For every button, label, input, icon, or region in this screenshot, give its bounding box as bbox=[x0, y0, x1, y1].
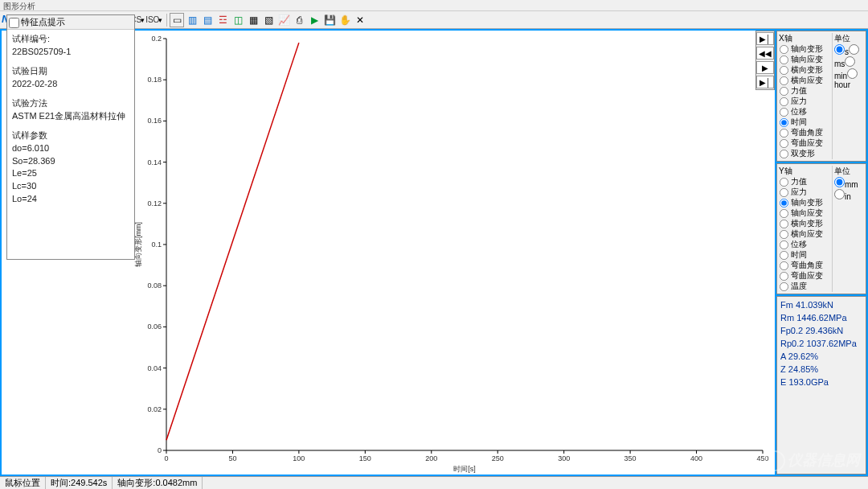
y-axis-group: Y轴 力值应力轴向变形轴向应变横向变形横向应变位移时间弯曲角度弯曲应变温度 单位… bbox=[776, 163, 866, 294]
forward-end-icon[interactable]: ▶│ bbox=[756, 76, 774, 88]
y-axis-option[interactable]: 温度 bbox=[779, 281, 832, 292]
svg-text:400: 400 bbox=[690, 454, 702, 462]
x-unit-title: 单位 bbox=[834, 33, 864, 44]
x-axis-title: X轴 bbox=[779, 33, 832, 44]
svg-text:0.02: 0.02 bbox=[147, 405, 162, 413]
status-time: 时间:249.542s bbox=[46, 477, 113, 489]
y-axis-option[interactable]: 时间 bbox=[779, 250, 832, 261]
svg-text:0.16: 0.16 bbox=[147, 117, 162, 125]
svg-text:50: 50 bbox=[228, 454, 236, 462]
info-panel-header: 特征点提示 bbox=[7, 15, 134, 30]
result-a: A 29.62% bbox=[780, 351, 862, 364]
x-unit-option[interactable]: s bbox=[834, 47, 849, 56]
y-axis-option[interactable]: 横向变形 bbox=[779, 219, 832, 229]
y-axis-option[interactable]: 横向应变 bbox=[779, 229, 832, 240]
result-fm: Fm 41.039kN bbox=[780, 299, 862, 312]
svg-text:300: 300 bbox=[558, 454, 570, 462]
right-column: X轴 轴向变形轴向应变横向变形横向应变力值应力位移时间弯曲角度弯曲应变双变形 单… bbox=[776, 31, 866, 475]
x-axis-option[interactable]: 横向应变 bbox=[779, 76, 832, 86]
tool-icon-6[interactable]: ▦ bbox=[246, 13, 260, 27]
svg-text:时间[s]: 时间[s] bbox=[453, 465, 476, 473]
play-forward-icon[interactable]: ▶ bbox=[756, 61, 774, 74]
save-icon[interactable]: 💾 bbox=[322, 13, 337, 27]
x-axis-option[interactable]: 轴向变形 bbox=[779, 44, 832, 55]
results-panel: Fm 41.039kN Rm 1446.62MPa Fp0.2 29.436kN… bbox=[776, 296, 866, 475]
feature-point-checkbox[interactable] bbox=[9, 18, 19, 28]
svg-text:100: 100 bbox=[293, 454, 305, 462]
y-axis-option[interactable]: 弯曲应变 bbox=[779, 271, 832, 281]
y-axis-option[interactable]: 力值 bbox=[779, 177, 832, 187]
svg-text:0.04: 0.04 bbox=[147, 364, 162, 372]
tool-icon-7[interactable]: ▧ bbox=[261, 13, 276, 27]
window-title-bar: 图形分析 bbox=[0, 0, 868, 11]
result-fp02: Fp0.2 29.436kN bbox=[780, 325, 862, 338]
tool-icon-1[interactable]: ▭ bbox=[170, 13, 184, 27]
status-bar: 鼠标位置 时间:249.542s 轴向变形:0.0482mm bbox=[0, 476, 868, 489]
status-mouse-label: 鼠标位置 bbox=[0, 477, 46, 489]
info-panel: 特征点提示 试样编号:22BS025709-1 试验日期2022-02-28 试… bbox=[6, 14, 135, 260]
y-unit-title: 单位 bbox=[834, 166, 864, 177]
tool-icon-3[interactable]: ▤ bbox=[200, 13, 215, 27]
x-axis-option[interactable]: 弯曲角度 bbox=[779, 128, 832, 138]
close-icon[interactable]: ✕ bbox=[353, 13, 367, 27]
x-axis-option[interactable]: 应力 bbox=[779, 97, 832, 107]
svg-text:0: 0 bbox=[158, 446, 162, 454]
tool-icon-2[interactable]: ▥ bbox=[185, 13, 199, 27]
tool-icon-9[interactable]: ⎙ bbox=[292, 13, 306, 27]
y-unit-option[interactable]: mm bbox=[834, 180, 858, 189]
rewind-icon[interactable]: ◀◀ bbox=[756, 47, 774, 60]
y-axis-option[interactable]: 弯曲角度 bbox=[779, 261, 832, 271]
svg-text:0.18: 0.18 bbox=[147, 76, 162, 84]
tool-icon-8[interactable]: 📈 bbox=[276, 13, 291, 27]
x-axis-option[interactable]: 弯曲应变 bbox=[779, 138, 832, 149]
status-deform: 轴向变形:0.0482mm bbox=[113, 477, 203, 489]
result-z: Z 24.85% bbox=[780, 364, 862, 376]
y-unit-option[interactable]: in bbox=[834, 192, 851, 201]
y-axis-option[interactable]: 轴向变形 bbox=[779, 198, 832, 208]
svg-text:0.14: 0.14 bbox=[147, 158, 162, 166]
x-axis-option[interactable]: 力值 bbox=[779, 86, 832, 97]
svg-text:0.06: 0.06 bbox=[147, 323, 162, 331]
playback-buttons: ▶│ ◀◀ ▶ ▶│ bbox=[755, 31, 775, 90]
x-axis-option[interactable]: 双变形 bbox=[779, 149, 832, 159]
svg-text:0.2: 0.2 bbox=[151, 35, 162, 43]
dd-iso[interactable]: ISO bbox=[145, 15, 159, 24]
y-axis-option[interactable]: 位移 bbox=[779, 240, 832, 250]
svg-text:0: 0 bbox=[164, 454, 168, 462]
svg-text:0.08: 0.08 bbox=[147, 281, 162, 290]
tool-icon-5[interactable]: ◫ bbox=[231, 13, 245, 27]
rewind-end-icon[interactable]: ▶│ bbox=[756, 32, 774, 45]
svg-text:0.12: 0.12 bbox=[147, 199, 162, 208]
x-axis-option[interactable]: 横向变形 bbox=[779, 65, 832, 76]
y-axis-title: Y轴 bbox=[779, 166, 832, 177]
y-axis-option[interactable]: 轴向应变 bbox=[779, 208, 832, 219]
pan-icon[interactable]: ✋ bbox=[338, 13, 352, 27]
window-title: 图形分析 bbox=[3, 2, 35, 10]
svg-text:150: 150 bbox=[359, 454, 371, 462]
info-body: 试样编号:22BS025709-1 试验日期2022-02-28 试验方法AST… bbox=[7, 30, 134, 216]
result-e: E 193.0GPa bbox=[780, 376, 862, 389]
svg-text:0.1: 0.1 bbox=[151, 240, 162, 249]
x-axis-option[interactable]: 时间 bbox=[779, 117, 832, 128]
info-header-label: 特征点提示 bbox=[21, 17, 65, 27]
svg-text:450: 450 bbox=[756, 454, 768, 462]
play-icon[interactable]: ▶ bbox=[307, 13, 321, 27]
result-rp02: Rp0.2 1037.62MPa bbox=[780, 338, 862, 351]
result-rm: Rm 1446.62MPa bbox=[780, 312, 862, 325]
svg-text:350: 350 bbox=[624, 454, 637, 462]
y-axis-option[interactable]: 应力 bbox=[779, 187, 832, 198]
tool-icon-4[interactable]: ☲ bbox=[215, 13, 230, 27]
x-axis-option[interactable]: 位移 bbox=[779, 107, 832, 117]
x-axis-group: X轴 轴向变形轴向应变横向变形横向应变力值应力位移时间弯曲角度弯曲应变双变形 单… bbox=[776, 31, 866, 162]
svg-text:250: 250 bbox=[492, 454, 504, 462]
svg-text:200: 200 bbox=[425, 454, 437, 462]
x-axis-option[interactable]: 轴向应变 bbox=[779, 55, 832, 65]
svg-text:轴向变形[mm]: 轴向变形[mm] bbox=[134, 222, 142, 267]
